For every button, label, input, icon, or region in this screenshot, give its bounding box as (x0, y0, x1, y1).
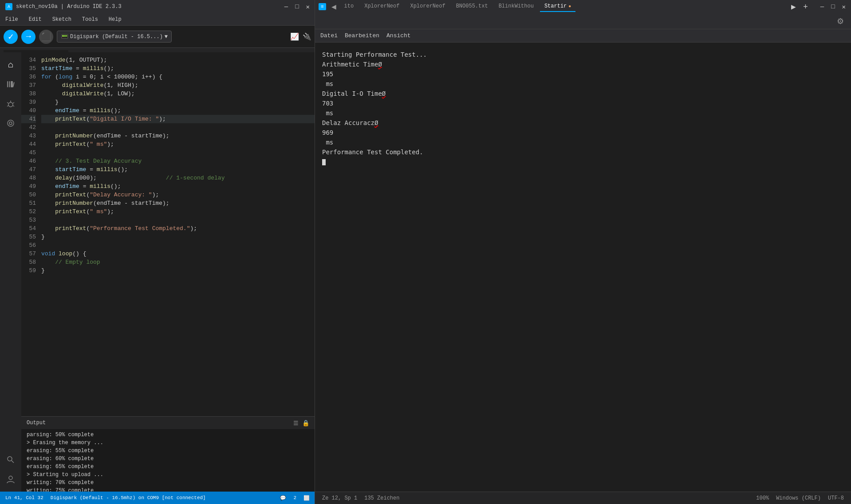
serial-line-8: Delaz AccuraczØ (322, 118, 844, 128)
status-bar: Ln 41, Col 32 Digispark (Default - 16.5m… (0, 492, 315, 504)
output-line-6: > Starting to upload ... (27, 471, 310, 479)
right-minimize-button[interactable]: — (820, 3, 824, 11)
status-board: Digispark (Default - 16.5mhz) on COM9 [n… (51, 495, 206, 500)
left-title-left: A sketch_nov10a | Arduino IDE 2.3.3 (5, 3, 122, 10)
status-messages-icon: 💬 (280, 495, 286, 501)
menu-sketch[interactable]: Sketch (51, 16, 73, 23)
serial-line-4: ms (322, 79, 844, 89)
menu-edit[interactable]: Edit (27, 16, 43, 23)
serial-menu-datei[interactable]: Datei (320, 32, 338, 39)
menu-bar: File Edit Sketch Tools Help (0, 13, 315, 26)
code-area: 3435363738 394041 4243444546 4748495051 … (21, 52, 315, 416)
add-tab-button[interactable]: + (801, 2, 810, 12)
right-toolbar: ⚙ (315, 13, 851, 29)
right-title-controls: — □ ✕ (815, 3, 851, 11)
code-scroll[interactable]: 3435363738 394041 4243444546 4748495051 … (21, 52, 315, 416)
board-dropdown-icon: ▼ (165, 34, 168, 40)
tab-xplorer1[interactable]: XplorerNeof (360, 1, 404, 12)
sidebar-item-search[interactable] (2, 451, 20, 469)
output-menu-button[interactable]: ☰ (293, 420, 299, 426)
right-title-actions: ▶ + (784, 2, 815, 12)
nav-prev-button[interactable]: ◀ (330, 3, 338, 10)
svg-point-7 (8, 457, 12, 461)
svg-point-8 (9, 476, 12, 480)
output-line-8: writing: 75% complete (27, 487, 310, 492)
code-lines[interactable]: pinMode(1, OUTPUT); startTime = millis()… (41, 52, 315, 278)
right-status-zoom: 100% (756, 495, 769, 501)
output-line-4: erasing: 60% complete (27, 455, 310, 463)
svg-rect-0 (7, 81, 8, 87)
serial-line-6: 703 (322, 98, 844, 108)
toolbar: ✓ → ⬛ 📟 Digispark (Default - 16.5...) ▼ … (0, 26, 315, 48)
output-controls: ☰ 🔒 (293, 420, 310, 426)
status-messages-count: 2 (293, 495, 296, 501)
serial-line-2: Arithmetic TimeØ (322, 59, 844, 69)
menu-file[interactable]: File (4, 16, 20, 23)
line-numbers: 3435363738 394041 4243444546 4748495051 … (21, 52, 41, 278)
status-end-icon: ⬜ (303, 495, 310, 501)
sidebar-item-libraries[interactable] (2, 75, 20, 93)
sidebar-item-account[interactable] (2, 470, 20, 488)
output-header: Output ☰ 🔒 (21, 417, 315, 429)
output-title: Output (27, 420, 46, 426)
sidebar: ⌂ (0, 52, 21, 492)
svg-point-6 (9, 122, 12, 125)
app-icon: A (5, 3, 12, 10)
tab-blink[interactable]: BlinkWithou (494, 1, 538, 12)
tab-startir[interactable]: Startir (540, 1, 575, 12)
right-status-chars: 135 Zeichen (364, 495, 399, 501)
run-button[interactable]: ▶ (789, 3, 798, 10)
debug-button[interactable]: ⬛ (39, 30, 53, 44)
right-title-left: ≡ ◀ ito XplorerNeof XplorerNeof BNO055.t… (315, 1, 784, 12)
menu-help[interactable]: Help (107, 16, 123, 23)
toolbar-right: 📈 🔌 (290, 32, 311, 41)
output-line-1: parsing: 50% complete (27, 431, 310, 439)
status-right: 💬 2 ⬜ (280, 495, 310, 501)
app-title: sketch_nov10a | Arduino IDE 2.3.3 (16, 4, 122, 10)
serial-line-10: ms (322, 137, 844, 147)
maximize-button[interactable]: □ (295, 3, 299, 11)
sidebar-item-debug[interactable] (2, 95, 20, 113)
board-selector[interactable]: 📟 Digispark (Default - 16.5...) ▼ (57, 31, 172, 43)
serial-line-1: Starting Performance Test... (322, 50, 844, 59)
serial-menu-bearbeiten[interactable]: Bearbeiten (345, 32, 379, 39)
tabs-icon: ≡ (319, 3, 326, 10)
sidebar-item-boards[interactable] (2, 114, 20, 132)
right-status-left: Ze 12, Sp 1 135 Zeichen (322, 495, 399, 501)
right-status-bar: Ze 12, Sp 1 135 Zeichen 100% Windows (CR… (315, 492, 851, 504)
right-status-encoding: UTF-8 (828, 495, 844, 501)
output-line-5: erasing: 65% complete (27, 463, 310, 471)
right-title-bar: ≡ ◀ ito XplorerNeof XplorerNeof BNO055.t… (315, 0, 851, 13)
serial-line-5: Digital I-O TimeØ (322, 89, 844, 98)
close-button[interactable]: ✕ (306, 3, 310, 11)
serial-cursor-line (322, 157, 844, 167)
upload-button[interactable]: → (21, 30, 35, 44)
tab-bno055[interactable]: BNO055.txt (452, 1, 492, 12)
sidebar-item-sketch[interactable]: ⌂ (2, 56, 20, 74)
verify-button[interactable]: ✓ (4, 30, 18, 44)
serial-output[interactable]: Starting Performance Test... Arithmetic … (315, 43, 851, 492)
menu-tools[interactable]: Tools (80, 16, 100, 23)
minimize-button[interactable]: — (284, 3, 288, 11)
status-position: Ln 41, Col 32 (5, 495, 43, 500)
serial-menubar: Datei Bearbeiten Ansicht (315, 29, 851, 43)
board-label: Digispark (Default - 16.5...) (70, 34, 163, 40)
svg-rect-1 (9, 81, 10, 87)
tab-xplorer2[interactable]: XplorerNeof (406, 1, 449, 12)
tab-ito[interactable]: ito (340, 1, 359, 12)
right-status-position: Ze 12, Sp 1 (322, 495, 357, 501)
right-status-line-ending: Windows (CRLF) (776, 495, 821, 501)
serial-line-3: 195 (322, 69, 844, 79)
right-panel: ≡ ◀ ito XplorerNeof XplorerNeof BNO055.t… (315, 0, 851, 504)
serial-line-9: 969 (322, 128, 844, 137)
output-panel: Output ☰ 🔒 parsing: 50% complete > Erasi… (21, 416, 315, 492)
left-title-bar: A sketch_nov10a | Arduino IDE 2.3.3 — □ … (0, 0, 315, 13)
serial-menu-ansicht[interactable]: Ansicht (386, 32, 411, 39)
output-lock-button[interactable]: 🔒 (302, 420, 310, 426)
svg-rect-2 (11, 81, 13, 87)
right-maximize-button[interactable]: □ (831, 3, 835, 11)
right-close-button[interactable]: ✕ (842, 3, 846, 11)
settings-button[interactable]: ⚙ (835, 15, 846, 28)
serial-monitor-button[interactable]: 🔌 (303, 32, 311, 41)
serial-plotter-button[interactable]: 📈 (290, 32, 299, 41)
